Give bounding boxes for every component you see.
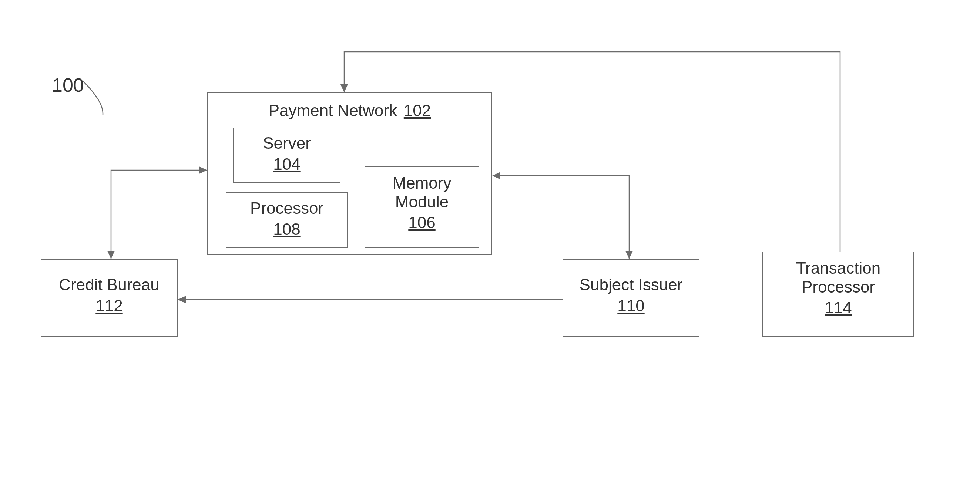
label-payment-network: Payment Network 102 [207, 99, 492, 120]
label-credit-bureau: Credit Bureau 112 [41, 276, 178, 315]
ref-payment-network: 102 [404, 101, 431, 120]
label-transaction-processor: Transaction Processor 114 [762, 259, 914, 317]
title-tx-processor-1: Transaction [762, 259, 914, 278]
svg-marker-1 [199, 167, 207, 174]
figure-number: 100 [52, 74, 84, 96]
label-processor: Processor 108 [226, 199, 348, 238]
ref-memory-module: 106 [408, 213, 435, 232]
label-server: Server 104 [233, 134, 340, 173]
title-memory-module-1: Memory [364, 174, 479, 193]
ref-tx-processor: 114 [824, 299, 851, 317]
svg-marker-3 [492, 172, 500, 179]
diagram-stage: 100 Payment Network 102 Server 104 Proce… [0, 0, 980, 486]
title-tx-processor-2: Processor [762, 278, 914, 297]
title-memory-module-2: Module [364, 193, 479, 211]
title-server: Server [233, 134, 340, 153]
title-credit-bureau: Credit Bureau [41, 276, 178, 294]
label-memory-module: Memory Module 106 [364, 174, 479, 232]
figure-indicator-curve [83, 81, 103, 115]
arrow-creditbureau-paymentnetwork [107, 167, 207, 259]
svg-marker-0 [340, 84, 348, 92]
ref-processor: 108 [273, 220, 300, 239]
ref-subject-issuer: 110 [617, 297, 644, 316]
title-subject-issuer: Subject Issuer [563, 276, 700, 294]
arrow-subjectissuer-to-creditbureau [178, 296, 563, 303]
svg-marker-5 [178, 296, 186, 303]
svg-marker-2 [107, 251, 115, 259]
svg-marker-4 [625, 251, 633, 259]
ref-credit-bureau: 112 [95, 297, 123, 316]
ref-server: 104 [273, 155, 300, 174]
label-subject-issuer: Subject Issuer 110 [563, 276, 700, 315]
arrow-subjectissuer-paymentnetwork [492, 172, 633, 259]
title-payment-network: Payment Network [269, 101, 397, 119]
title-processor: Processor [226, 199, 348, 218]
